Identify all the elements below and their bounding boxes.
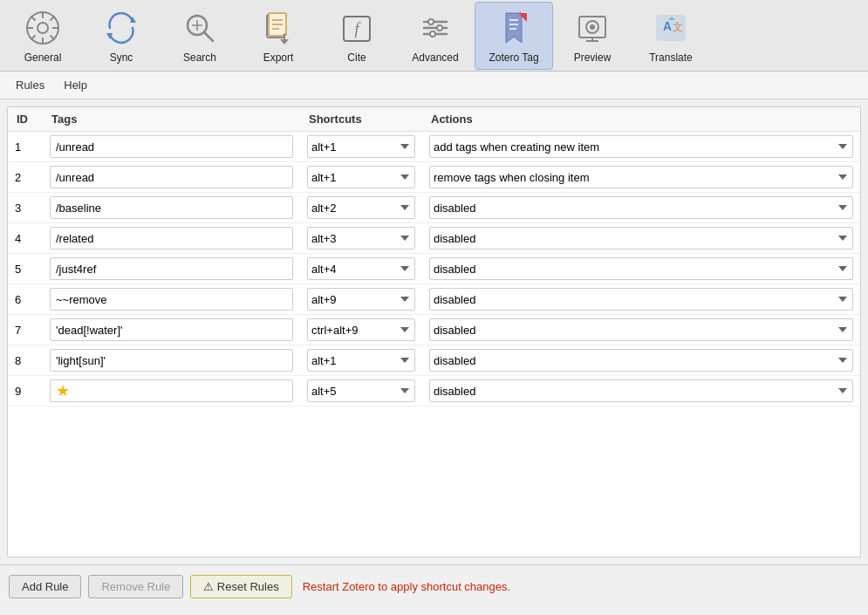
cell-tag bbox=[43, 132, 300, 162]
toolbar-item-general[interactable]: General bbox=[3, 2, 82, 70]
svg-point-29 bbox=[437, 25, 442, 31]
tag-input-field[interactable] bbox=[50, 288, 293, 311]
action-select[interactable]: disabledadd tags when creating new itemr… bbox=[429, 288, 853, 311]
toolbar-item-cite[interactable]: f Cite bbox=[318, 2, 396, 70]
svg-point-30 bbox=[430, 31, 435, 37]
cell-id: 2 bbox=[8, 162, 43, 193]
cell-action: disabledadd tags when creating new itemr… bbox=[422, 254, 860, 284]
translate-icon: A 文 bbox=[651, 8, 691, 48]
shortcut-select[interactable]: alt+1alt+2alt+3alt+4alt+5alt+6alt+7alt+8… bbox=[307, 227, 415, 249]
svg-marker-22 bbox=[280, 39, 289, 44]
tag-input-field[interactable] bbox=[50, 257, 293, 280]
shortcut-select[interactable]: alt+1alt+2alt+3alt+4alt+5alt+6alt+7alt+8… bbox=[307, 166, 415, 188]
cell-tag bbox=[43, 315, 300, 345]
cell-shortcut: alt+1alt+2alt+3alt+4alt+5alt+6alt+7alt+8… bbox=[300, 284, 422, 315]
table-row: 5alt+1alt+2alt+3alt+4alt+5alt+6alt+7alt+… bbox=[8, 254, 860, 284]
cell-shortcut: alt+1alt+2alt+3alt+4alt+5alt+6alt+7alt+8… bbox=[300, 193, 422, 223]
reset-rules-button[interactable]: ⚠ Reset Rules bbox=[190, 575, 291, 598]
cell-action: disabledadd tags when creating new itemr… bbox=[422, 162, 860, 193]
tab-help[interactable]: Help bbox=[55, 75, 96, 95]
tag-input-field[interactable] bbox=[50, 135, 293, 158]
tag-input-field[interactable] bbox=[50, 349, 293, 372]
cell-shortcut: alt+1alt+2alt+3alt+4alt+5alt+6alt+7alt+8… bbox=[300, 254, 422, 284]
cell-id: 8 bbox=[8, 345, 43, 376]
shortcut-select[interactable]: alt+1alt+2alt+3alt+4alt+5alt+6alt+7alt+8… bbox=[307, 379, 415, 402]
toolbar-item-translate[interactable]: A 文 Translate bbox=[632, 2, 710, 70]
cell-shortcut: alt+1alt+2alt+3alt+4alt+5alt+6alt+7alt+8… bbox=[300, 162, 422, 193]
toolbar-label-general: General bbox=[24, 51, 62, 64]
toolbar-item-search[interactable]: Search bbox=[161, 2, 239, 70]
shortcut-select[interactable]: alt+1alt+2alt+3alt+4alt+5alt+6alt+7alt+8… bbox=[307, 135, 415, 158]
toolbar: General Sync Search bbox=[0, 0, 868, 72]
toolbar-item-preview[interactable]: Preview bbox=[553, 2, 632, 70]
toolbar-item-zotero-tag[interactable]: Zotero Tag bbox=[475, 2, 553, 70]
general-icon bbox=[23, 8, 63, 48]
col-header-actions: Actions bbox=[422, 107, 860, 132]
search-icon bbox=[180, 8, 220, 48]
shortcut-select[interactable]: alt+1alt+2alt+3alt+4alt+5alt+6alt+7alt+8… bbox=[307, 257, 415, 280]
preview-icon bbox=[572, 8, 612, 48]
action-select[interactable]: disabledadd tags when creating new itemr… bbox=[429, 166, 853, 188]
remove-rule-button[interactable]: Remove Rule bbox=[88, 575, 183, 598]
action-select[interactable]: disabledadd tags when creating new itemr… bbox=[429, 318, 853, 341]
action-select[interactable]: disabledadd tags when creating new itemr… bbox=[429, 349, 853, 372]
action-select[interactable]: disabledadd tags when creating new itemr… bbox=[429, 257, 853, 280]
cell-action: disabledadd tags when creating new itemr… bbox=[422, 193, 860, 223]
cell-tag bbox=[43, 284, 300, 315]
cell-id: 6 bbox=[8, 284, 43, 315]
action-select[interactable]: disabledadd tags when creating new itemr… bbox=[429, 196, 853, 219]
cell-tag bbox=[43, 254, 300, 284]
table-row: 2alt+1alt+2alt+3alt+4alt+5alt+6alt+7alt+… bbox=[8, 162, 860, 193]
svg-text:f: f bbox=[354, 20, 361, 38]
toolbar-label-zotero-tag: Zotero Tag bbox=[489, 51, 538, 64]
tag-input-field[interactable] bbox=[50, 227, 293, 249]
toolbar-item-advanced[interactable]: Advanced bbox=[396, 2, 475, 70]
svg-line-8 bbox=[51, 16, 55, 20]
cell-id: 4 bbox=[8, 223, 43, 254]
shortcut-select[interactable]: alt+1alt+2alt+3alt+4alt+5alt+6alt+7alt+8… bbox=[307, 288, 415, 311]
svg-line-6 bbox=[31, 16, 35, 20]
action-select[interactable]: disabledadd tags when creating new itemr… bbox=[429, 227, 853, 249]
table-row: 7alt+1alt+2alt+3alt+4alt+5alt+6alt+7alt+… bbox=[8, 315, 860, 345]
cell-tag bbox=[43, 193, 300, 223]
table-row: 9★alt+1alt+2alt+3alt+4alt+5alt+6alt+7alt… bbox=[8, 376, 860, 407]
cell-action: disabledadd tags when creating new itemr… bbox=[422, 132, 860, 162]
toolbar-item-export[interactable]: Export bbox=[239, 2, 318, 70]
cell-action: disabledadd tags when creating new itemr… bbox=[422, 376, 860, 407]
svg-point-1 bbox=[38, 23, 48, 33]
toolbar-label-cite: Cite bbox=[347, 51, 366, 64]
svg-point-36 bbox=[590, 24, 595, 30]
shortcut-select[interactable]: alt+1alt+2alt+3alt+4alt+5alt+6alt+7alt+8… bbox=[307, 318, 415, 341]
svg-text:文: 文 bbox=[673, 21, 683, 33]
tag-input-field[interactable] bbox=[50, 166, 293, 188]
svg-text:A: A bbox=[663, 19, 672, 33]
toolbar-label-search: Search bbox=[183, 51, 216, 64]
tab-rules[interactable]: Rules bbox=[7, 75, 53, 95]
cell-id: 9 bbox=[8, 376, 43, 407]
table-row: 3alt+1alt+2alt+3alt+4alt+5alt+6alt+7alt+… bbox=[8, 193, 860, 223]
tag-input-field[interactable] bbox=[50, 318, 293, 341]
action-select[interactable]: disabledadd tags when creating new itemr… bbox=[429, 135, 853, 158]
toolbar-item-sync[interactable]: Sync bbox=[82, 2, 161, 70]
main-content: ID Tags Shortcuts Actions 1alt+1alt+2alt… bbox=[7, 106, 861, 557]
cell-id: 3 bbox=[8, 193, 43, 223]
cell-shortcut: alt+1alt+2alt+3alt+4alt+5alt+6alt+7alt+8… bbox=[300, 345, 422, 376]
sync-icon bbox=[101, 8, 141, 48]
star-tag-icon: ★ bbox=[56, 381, 70, 400]
advanced-icon bbox=[415, 8, 455, 48]
cell-id: 5 bbox=[8, 254, 43, 284]
col-header-id: ID bbox=[8, 107, 43, 132]
action-select[interactable]: disabledadd tags when creating new itemr… bbox=[429, 379, 853, 402]
cell-action: disabledadd tags when creating new itemr… bbox=[422, 223, 860, 254]
cell-tag: ★ bbox=[43, 376, 300, 407]
cell-shortcut: alt+1alt+2alt+3alt+4alt+5alt+6alt+7alt+8… bbox=[300, 376, 422, 407]
add-rule-button[interactable]: Add Rule bbox=[9, 575, 81, 598]
tag-input-field[interactable] bbox=[50, 196, 293, 219]
table-row: 8alt+1alt+2alt+3alt+4alt+5alt+6alt+7alt+… bbox=[8, 345, 860, 376]
toolbar-label-translate: Translate bbox=[649, 51, 693, 64]
toolbar-label-export: Export bbox=[263, 51, 294, 64]
shortcut-select[interactable]: alt+1alt+2alt+3alt+4alt+5alt+6alt+7alt+8… bbox=[307, 349, 415, 372]
rules-table: ID Tags Shortcuts Actions 1alt+1alt+2alt… bbox=[8, 107, 860, 407]
shortcut-select[interactable]: alt+1alt+2alt+3alt+4alt+5alt+6alt+7alt+8… bbox=[307, 196, 415, 219]
restart-message: Restart Zotero to apply shortcut changes… bbox=[303, 580, 510, 593]
